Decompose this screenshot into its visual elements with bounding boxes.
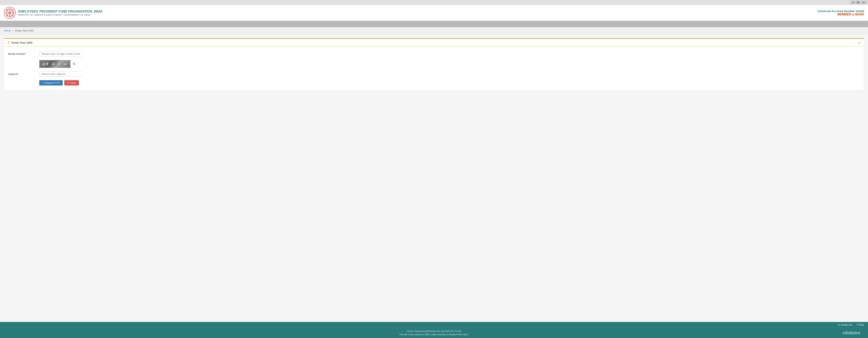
breadcrumb: Home / Know Your UAN: [0, 27, 868, 34]
card-title: Know Your UAN: [11, 41, 32, 44]
header-right: Universal Account Number (UAN) MEMBER e-…: [817, 9, 864, 16]
footer-bottom-inner: ©2015. Powered by EPFO Mon 08, Aug 2022 …: [4, 330, 864, 336]
request-otp-label: Request OTP: [44, 81, 60, 84]
save-icon: □: [42, 81, 43, 84]
captcha-image-row: qH A 8 w ↻: [39, 60, 860, 68]
mobile-number-group: Mobile Number* :: [8, 51, 860, 57]
contact-us-link[interactable]: ✆ Contact Us: [838, 323, 852, 326]
clear-label: Clear: [70, 81, 76, 84]
know-your-uan-card: ☰ Know Your UAN ▭ Mobile Number* : qH A …: [4, 38, 864, 90]
footer-brand: clicbrics: [835, 330, 864, 335]
svg-text:⚙: ⚙: [9, 12, 10, 14]
org-name: EMPLOYEES' PROVIDENT FUND ORGANISATION, …: [18, 9, 102, 14]
member-sewa-label: MEMBER e-SEWA: [817, 13, 864, 16]
footer-bottom: ©2015. Powered by EPFO Mon 08, Aug 2022 …: [0, 328, 868, 338]
footer-top: ✆ Contact Us ? FAQs: [0, 322, 868, 328]
captcha-input[interactable]: [39, 72, 82, 77]
mobile-number-input[interactable]: [39, 51, 82, 57]
request-otp-button[interactable]: □ Request OTP: [39, 80, 63, 85]
card-header-left: ☰ Know Your UAN: [7, 41, 32, 45]
form-buttons: □ Request OTP ✕ Clear: [39, 80, 860, 85]
uan-label: Universal Account Number (UAN): [817, 9, 864, 13]
card-header: ☰ Know Your UAN ▭: [4, 39, 864, 47]
nav-bar: [0, 21, 868, 27]
captcha-label: Captcha* :: [8, 72, 39, 76]
footer-copyright: ©2015. Powered by EPFO Mon 08, Aug 2022 …: [33, 330, 835, 333]
captcha-refresh-button[interactable]: ↻: [72, 61, 76, 67]
captcha-required-star: *: [18, 73, 18, 76]
card-body: Mobile Number* : qH A 8 w ↻ Captcha* :: [4, 47, 864, 90]
org-info: EMPLOYEES' PROVIDENT FUND ORGANISATION, …: [18, 9, 102, 16]
breadcrumb-home-link[interactable]: Home: [4, 29, 11, 32]
breadcrumb-current: Know Your UAN: [15, 29, 33, 32]
org-subtitle: MINISTRY OF LABOUR & EMPLOYMENT, GOVERNM…: [18, 14, 102, 16]
footer-copy-center: ©2015. Powered by EPFO Mon 08, Aug 2022 …: [33, 330, 835, 336]
font-decrease-button[interactable]: -A: [850, 1, 855, 4]
faqs-link[interactable]: ? FAQs: [856, 323, 864, 326]
footer-browser-note: This site is best viewed at 1920 x 1080 …: [33, 333, 835, 336]
site-header: ⚙ EMPLOYEES' PROVIDENT FUND ORGANISATION…: [0, 5, 868, 21]
close-icon: ✕: [67, 81, 69, 84]
mobile-label: Mobile Number* :: [8, 51, 39, 55]
epfo-logo: ⚙: [4, 7, 16, 19]
phone-icon: ✆: [838, 323, 840, 326]
card-collapse-icon[interactable]: ▭: [858, 41, 861, 45]
font-normal-button[interactable]: A: [856, 1, 860, 4]
clear-button[interactable]: ✕ Clear: [64, 80, 79, 85]
contact-us-label: Contact Us: [841, 323, 852, 326]
captcha-input-group: Captcha* :: [8, 72, 860, 77]
faqs-label: FAQs: [858, 323, 864, 326]
hamburger-icon: ☰: [7, 41, 10, 45]
header-logo-section: ⚙ EMPLOYEES' PROVIDENT FUND ORGANISATION…: [4, 7, 102, 19]
font-increase-button[interactable]: A+: [861, 1, 866, 4]
breadcrumb-separator: /: [12, 29, 13, 32]
main-content: ☰ Know Your UAN ▭ Mobile Number* : qH A …: [0, 34, 868, 322]
epfo-logo-svg: ⚙: [5, 8, 14, 17]
mobile-required-star: *: [25, 52, 26, 55]
captcha-image: qH A 8 w: [39, 60, 70, 68]
question-icon: ?: [856, 323, 858, 326]
logo-inner: ⚙: [5, 8, 14, 18]
browser-top-bar: -A A A+: [0, 0, 868, 5]
